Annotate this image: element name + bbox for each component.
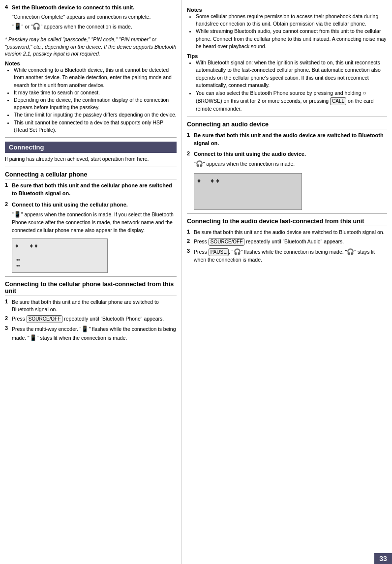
page-number: 33 bbox=[374, 553, 392, 564]
connecting-intro: If pairing has already been achieved, st… bbox=[5, 155, 177, 163]
divider-right-1 bbox=[187, 117, 387, 117]
notes-title-right: Notes bbox=[187, 7, 387, 13]
audio-last-step-1-content: Be sure that both this unit and the audi… bbox=[194, 229, 387, 236]
notes-list-right: Some cellular phones require permission … bbox=[196, 13, 387, 50]
audio-step-1-content: Be sure that both this unit and the audi… bbox=[194, 132, 387, 149]
audio-last-step-3-number: 3 bbox=[187, 248, 194, 264]
note-item: This unit cannot be connected to a devic… bbox=[14, 119, 177, 134]
note-item: Some cellular phones require permission … bbox=[196, 13, 387, 28]
display-icons-bottom: •••• bbox=[16, 257, 20, 268]
cellular-step-2-heading: Connect to this unit using the cellular … bbox=[12, 201, 177, 209]
cellular-last-step-2-content: Press SOURCE/OFF repeatedly until "Bluet… bbox=[12, 315, 177, 323]
notes-title-left: Notes bbox=[5, 60, 177, 66]
asterisk-note: * Passkey may be called "passcode," "PIN… bbox=[5, 36, 177, 58]
audio-step-2-heading: Connect to this unit using the audio dev… bbox=[194, 150, 387, 158]
audio-last-step-1: 1 Be sure that both this unit and the au… bbox=[187, 229, 387, 236]
audio-step-2-number: 2 bbox=[187, 150, 194, 170]
cellular-last-step-1-text: Be sure that both this unit and the cell… bbox=[12, 299, 159, 312]
audio-display-box: ♦︎ ♦♦ bbox=[194, 173, 302, 210]
notes-list-left: While connecting to a Bluetooth device, … bbox=[14, 66, 177, 134]
tip-item: With Bluetooth signal on: when the ignit… bbox=[196, 59, 387, 89]
audio-last-step-3-content: Press PAUSE. "🎧" flashes while the conne… bbox=[194, 248, 387, 264]
cellular-last-step-1: 1 Be sure that both this unit and the ce… bbox=[5, 298, 177, 313]
cellular-step-2-content: Connect to this unit using the cellular … bbox=[12, 201, 177, 236]
cellular-step-1: 1 Be sure that both this unit and the ce… bbox=[5, 182, 177, 199]
call-button[interactable]: CALL bbox=[330, 97, 346, 105]
cellular-last-step-1-number: 1 bbox=[5, 298, 12, 313]
cellular-last-step-2: 2 Press SOURCE/OFF repeatedly until "Blu… bbox=[5, 315, 177, 323]
audio-step-2: 2 Connect to this unit using the audio d… bbox=[187, 150, 387, 170]
note-item: While connecting to a Bluetooth device, … bbox=[14, 66, 177, 89]
cellular-last-step-3-number: 3 bbox=[5, 325, 12, 342]
step-4-content: Set the Bluetooth device to connect to t… bbox=[12, 4, 177, 33]
right-column: Notes Some cellular phones require permi… bbox=[182, 0, 392, 564]
cellular-last-step-2-number: 2 bbox=[5, 315, 12, 323]
cellular-step-1-heading: Be sure that both this unit and the cell… bbox=[12, 182, 177, 198]
step-4-number: 4 bbox=[5, 4, 12, 33]
divider-1 bbox=[5, 137, 177, 138]
cellular-phone-header: Connecting a cellular phone bbox=[5, 171, 177, 179]
notes-section-right: Notes Some cellular phones require permi… bbox=[187, 7, 387, 50]
audio-device-header: Connecting an audio device bbox=[187, 121, 387, 129]
audio-step-1-heading: Be sure that both this unit and the audi… bbox=[194, 132, 387, 148]
audio-step-1: 1 Be sure that both this unit and the au… bbox=[187, 132, 387, 149]
cellular-last-step-3: 3 Press the multi-way encoder. "📱" flash… bbox=[5, 325, 177, 342]
audio-last-step-2: 2 Press SOURCE/OFF repeatedly until "Blu… bbox=[187, 238, 387, 246]
step-4-text1: "Connection Complete" appears and connec… bbox=[12, 13, 177, 21]
note-item: The time limit for inputting the passkey… bbox=[14, 111, 177, 119]
tips-title: Tips bbox=[187, 53, 387, 59]
step-4-text2: "📱" or "🎧" appears when the connection i… bbox=[12, 22, 177, 31]
pause-button[interactable]: PAUSE bbox=[209, 248, 229, 256]
step-4-block: 4 Set the Bluetooth device to connect to… bbox=[5, 4, 177, 33]
cellular-step-2-text: "📱" appears when the connection is made.… bbox=[12, 210, 177, 234]
note-item: It may take time to search or connect. bbox=[14, 89, 177, 96]
step-4-heading: Set the Bluetooth device to connect to t… bbox=[12, 4, 177, 12]
cellular-step-1-content: Be sure that both this unit and the cell… bbox=[12, 182, 177, 199]
audio-step-2-content: Connect to this unit using the audio dev… bbox=[194, 150, 387, 170]
cellular-step-2-number: 2 bbox=[5, 201, 12, 236]
source-off-button[interactable]: SOURCE/OFF bbox=[27, 315, 63, 323]
audio-display-icons: ♦︎ ♦♦ bbox=[197, 177, 221, 184]
audio-last-step-3: 3 Press PAUSE. "🎧" flashes while the con… bbox=[187, 248, 387, 264]
divider-right-2 bbox=[187, 213, 387, 214]
audio-last-connected-header: Connecting to the audio device last-conn… bbox=[187, 218, 387, 226]
display-icons-top: ♦ ♦♦ bbox=[15, 242, 39, 249]
audio-step-1-number: 1 bbox=[187, 132, 194, 149]
tip-item: You can also select the Bluetooth Phone … bbox=[196, 89, 387, 113]
cellular-step-1-number: 1 bbox=[5, 182, 12, 199]
tips-list: With Bluetooth signal on: when the ignit… bbox=[196, 59, 387, 113]
divider-2 bbox=[5, 167, 177, 167]
note-item: While streaming Bluetooth audio, you can… bbox=[196, 28, 387, 50]
connecting-header: Connecting bbox=[5, 142, 177, 153]
cellular-last-connected-header: Connecting to the cellular phone last-co… bbox=[5, 281, 177, 296]
cellular-step-2: 2 Connect to this unit using the cellula… bbox=[5, 201, 177, 236]
cellular-last-step-3-content: Press the multi-way encoder. "📱" flashes… bbox=[12, 325, 177, 342]
audio-last-step-2-content: Press SOURCE/OFF repeatedly until "Bluet… bbox=[194, 238, 387, 246]
tips-section: Tips With Bluetooth signal on: when the … bbox=[187, 53, 387, 113]
cellular-display-box: ♦ ♦♦ •••• bbox=[12, 238, 108, 273]
divider-3 bbox=[5, 276, 177, 277]
audio-step-2-text: "🎧" appears when the connection is made. bbox=[194, 160, 387, 168]
audio-last-step-2-number: 2 bbox=[187, 238, 194, 246]
notes-section-left: Notes While connecting to a Bluetooth de… bbox=[5, 60, 177, 134]
audio-last-step-1-number: 1 bbox=[187, 229, 194, 236]
source-off-button-2[interactable]: SOURCE/OFF bbox=[209, 238, 245, 246]
left-column: 4 Set the Bluetooth device to connect to… bbox=[0, 0, 182, 564]
note-item: Depending on the device, the confirmatio… bbox=[14, 96, 177, 111]
cellular-last-step-1-content: Be sure that both this unit and the cell… bbox=[12, 298, 177, 313]
